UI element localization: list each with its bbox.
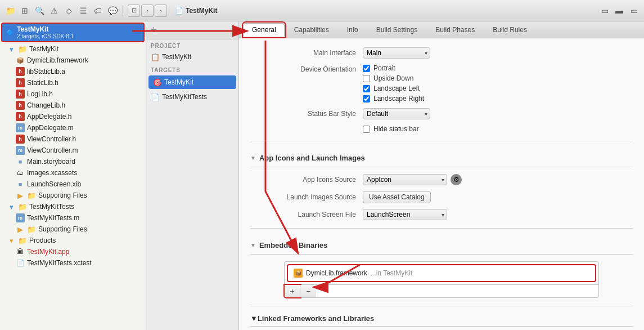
h-file-icon2: h: [16, 78, 25, 87]
main-interface-dropdown-wrapper: Main ▾: [363, 47, 430, 59]
sidebar-item-appdelegate-m[interactable]: m AppDelegate.m: [0, 122, 146, 133]
add-embedded-btn[interactable]: +: [285, 285, 300, 297]
tab-capabilities[interactable]: Capabilities: [286, 23, 337, 37]
root-project-item[interactable]: 🔷 TestMyKit 2 targets, iOS SDK 8.1: [1, 23, 145, 42]
status-bar-value: Default ▾: [363, 108, 430, 119]
m-file-icon: m: [16, 123, 25, 132]
supporting-files-2-label: Supporting Files: [38, 225, 87, 233]
hide-right-panel-icon[interactable]: ▭: [628, 5, 640, 16]
target-testmykittests[interactable]: 📄 TestMyKitTests: [146, 90, 238, 104]
sidebar-item-staticlib-h[interactable]: h StaticLib.h: [0, 77, 146, 88]
app-icons-settings-btn[interactable]: ⚙: [451, 174, 462, 185]
folder-icon: 📁: [18, 44, 27, 53]
xctest-label: TestMyKitTests.xctest: [27, 259, 92, 267]
testmykit-app-label: TestMyKit.app: [27, 248, 69, 256]
main-storyboard-label: Main.storyboard: [27, 158, 75, 166]
sidebar-item-viewcontroller-m[interactable]: m ViewController.m: [0, 145, 146, 156]
launch-screen-dropdown[interactable]: LaunchScreen: [363, 209, 447, 220]
sidebar-item-changelib[interactable]: h ChangeLib.h: [0, 100, 146, 111]
app-icons-section-header[interactable]: ▼ App Icons and Launch Images: [250, 149, 633, 167]
sidebar-item-dymiclib[interactable]: 📦 DymicLib.framework: [0, 55, 146, 66]
portrait-checkbox[interactable]: [363, 65, 370, 72]
detail-panel: General Capabilities Info Build Settings…: [239, 21, 644, 330]
app-icons-source-value: AppIcon ▾ ⚙: [363, 174, 462, 185]
upside-down-checkbox[interactable]: [363, 75, 370, 82]
appdelegate-m-label: AppDelegate.m: [27, 124, 74, 132]
appdelegate-h-label: AppDelegate.h: [27, 113, 71, 121]
storyboard-icon: ■: [16, 157, 25, 166]
triangle-icon3: ▼: [250, 314, 258, 323]
sidebar-item-testmykit-group[interactable]: ▾ 📁 TestMyKit: [0, 43, 146, 55]
h-file-icon3: h: [16, 90, 25, 99]
framework-icon: 📦: [294, 269, 303, 278]
root-sublabel: 2 targets, iOS SDK 8.1: [17, 33, 74, 39]
project-targets-panel: + PROJECT 📋 TestMyKit TARGETS 🎯 TestMyKi…: [146, 21, 239, 330]
grid-view-btn[interactable]: ⊡: [128, 5, 140, 17]
app-icons-source-row: App Icons Source AppIcon ▾ ⚙: [250, 174, 633, 185]
sidebar-item-launchscreen[interactable]: ■ LaunchScreen.xib: [0, 179, 146, 190]
sidebar-item-supporting-files-1[interactable]: ▶ 📁 Supporting Files: [0, 190, 146, 201]
folder-yellow-icon2: 📁: [27, 225, 36, 234]
tag-icon[interactable]: 🏷: [92, 5, 103, 16]
status-bar-dropdown[interactable]: Default: [363, 108, 430, 119]
tab-build-phases[interactable]: Build Phases: [427, 23, 483, 37]
project-testmykit-item[interactable]: 📋 TestMyKit: [146, 50, 238, 64]
sidebar-item-supporting-files-2[interactable]: ▶ 📁 Supporting Files: [0, 224, 146, 235]
tab-build-rules[interactable]: Build Rules: [484, 23, 535, 37]
launch-screen-row: Launch Screen File LaunchScreen ▾: [250, 209, 633, 220]
remove-embedded-btn[interactable]: −: [300, 285, 316, 297]
landscape-right-checkbox[interactable]: [363, 95, 370, 102]
sidebar-item-xctest[interactable]: 📄 TestMyKitTests.xctest: [0, 257, 146, 269]
embedded-item-label: DymicLib.framework: [306, 269, 367, 277]
sidebar-item-appdelegate-h[interactable]: h AppDelegate.h: [0, 111, 146, 122]
m-file-icon2: m: [16, 146, 25, 155]
back-btn[interactable]: ‹: [141, 5, 154, 17]
sidebar-item-main-storyboard[interactable]: ■ Main.storyboard: [0, 156, 146, 167]
sidebar-item-viewcontroller-h[interactable]: h ViewController.h: [0, 133, 146, 145]
main-interface-label: Main Interface: [250, 49, 363, 57]
warning-icon[interactable]: ⚠: [48, 5, 60, 16]
status-bar-row: Status Bar Style Default ▾: [250, 108, 633, 119]
hide-left-panel-icon[interactable]: ▭: [599, 5, 610, 16]
tab-info[interactable]: Info: [339, 23, 367, 37]
hide-bottom-panel-icon[interactable]: ▬: [614, 5, 625, 16]
embedded-binaries-label: Embedded Binaries: [259, 241, 327, 249]
portrait-label: Portrait: [373, 64, 395, 72]
folder-yellow-icon: 📁: [27, 191, 36, 200]
app-icons-dropdown-wrapper: AppIcon ▾: [363, 174, 447, 185]
orientation-upside-down: Upside Down: [363, 74, 424, 82]
sidebar-item-xcassets[interactable]: 🗂 Images.xcassets: [0, 167, 146, 179]
landscape-left-checkbox[interactable]: [363, 85, 370, 92]
upside-down-label: Upside Down: [373, 74, 413, 82]
message-icon[interactable]: 💬: [107, 5, 118, 16]
search-icon[interactable]: 🔍: [34, 5, 45, 16]
sidebar-item-testmykittests[interactable]: ▾ 📁 TestMyKitTests: [0, 201, 146, 212]
target-testmykit[interactable]: 🎯 TestMyKit: [148, 75, 236, 89]
sidebar-item-testmykit-app[interactable]: 🏛 TestMyKit.app: [0, 246, 146, 257]
grid-icon[interactable]: ⊞: [19, 5, 30, 16]
add-project-icon[interactable]: +: [151, 24, 157, 36]
tab-build-settings[interactable]: Build Settings: [368, 23, 426, 37]
app-icons-dropdown[interactable]: AppIcon: [363, 174, 447, 185]
tab-general[interactable]: General: [244, 23, 285, 37]
list-icon[interactable]: ☰: [78, 5, 89, 16]
forward-btn[interactable]: ›: [155, 5, 167, 17]
launch-images-label: Launch Images Source: [250, 193, 363, 201]
sidebar: 🔷 TestMyKit 2 targets, iOS SDK 8.1 ▾ 📁 T…: [0, 21, 146, 330]
hide-status-bar-checkbox[interactable]: [363, 126, 370, 133]
main-interface-dropdown[interactable]: Main: [363, 47, 430, 59]
sidebar-item-libstaticlib[interactable]: h libStaticLib.a: [0, 66, 146, 77]
diamond-icon[interactable]: ◇: [63, 5, 74, 16]
sidebar-item-products[interactable]: ▾ 📁 Products: [0, 235, 146, 246]
settings-content: Main Interface Main ▾ Device Orientation: [239, 38, 644, 330]
xcassets-label: Images.xcassets: [27, 169, 77, 177]
targets-section-title: TARGETS: [146, 64, 238, 74]
sidebar-item-testmykittests-m[interactable]: m TestMyKitTests.m: [0, 212, 146, 224]
embedded-binaries-header[interactable]: ▼ Embedded Binaries: [250, 237, 633, 255]
sidebar-item-loglib[interactable]: h LogLib.h: [0, 88, 146, 100]
use-asset-catalog-btn[interactable]: Use Asset Catalog: [363, 191, 431, 203]
libstaticlib-label: libStaticLib.a: [27, 68, 65, 75]
embedded-item: 📦 DymicLib.framework ...in TestMyKit: [287, 264, 596, 282]
linked-header[interactable]: ▼ Linked Frameworks and Libraries: [250, 314, 633, 327]
folder-icon[interactable]: 📁: [4, 5, 16, 16]
